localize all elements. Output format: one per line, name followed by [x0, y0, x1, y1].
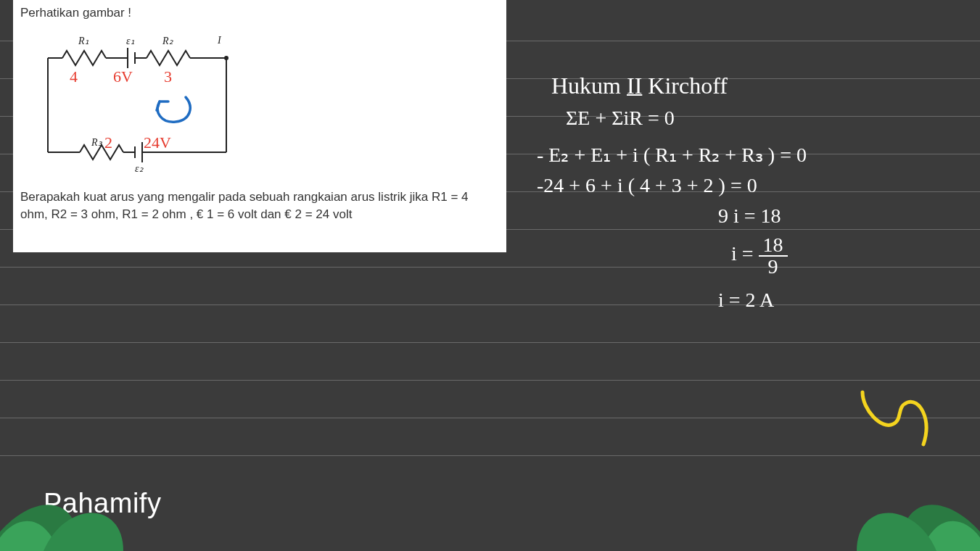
yellow-swish-icon	[852, 381, 947, 460]
ann-e1-value: 6V	[113, 67, 133, 86]
hw-line6: i = 18 9	[731, 235, 958, 277]
label-R1: R₁	[78, 35, 89, 47]
ann-R2-value: 3	[164, 67, 172, 86]
label-R3: R₃	[91, 136, 102, 149]
label-e2: ε₂	[135, 162, 144, 175]
label-e1: ε₁	[126, 35, 135, 47]
leaf-left-icon	[0, 450, 131, 551]
hw-line1-pre: Hukum	[551, 72, 627, 99]
hw-line6-i: i =	[731, 242, 759, 265]
hw-line1-post: Kirchoff	[642, 72, 728, 99]
hw-line2: ΣE + ΣiR = 0	[566, 107, 958, 130]
circuit-diagram: R₁ ε₁ R₂ I R₃ ε₂ 4 6V 3 2 24V	[41, 28, 258, 180]
ann-R3-value: 2	[104, 133, 112, 152]
problem-card: Perhatikan gambar !	[13, 0, 506, 252]
solution-handwriting: Hukum II Kirchoff ΣE + ΣiR = 0 - E₂ + E₁…	[537, 29, 958, 319]
frac-num: 18	[759, 235, 788, 257]
question-line2: ohm, R2 = 3 ohm, R1 = 2 ohm , € 1 = 6 vo…	[20, 207, 352, 221]
hw-line7: i = 2 A	[718, 289, 958, 312]
hw-line3: - E₂ + E₁ + i ( R₁ + R₂ + R₃ ) = 0	[537, 143, 958, 167]
ann-e2-value: 24V	[144, 133, 171, 152]
label-I: I	[218, 35, 221, 46]
leaf-right-icon	[849, 450, 980, 551]
hw-line1: Hukum II Kirchoff	[551, 72, 958, 99]
hw-line4: -24 + 6 + i ( 4 + 3 + 2 ) = 0	[537, 174, 958, 197]
ann-R1-value: 4	[70, 67, 78, 86]
problem-title: Perhatikan gambar !	[20, 6, 499, 20]
fraction: 18 9	[759, 235, 788, 277]
label-R2: R₂	[162, 35, 173, 47]
problem-question: Berapakah kuat arus yang mengalir pada s…	[20, 188, 499, 223]
hw-line1-ii: II	[627, 72, 642, 99]
question-line1: Berapakah kuat arus yang mengalir pada s…	[20, 190, 469, 204]
hw-line5: 9 i = 18	[718, 204, 958, 228]
svg-point-0	[224, 56, 228, 60]
loop-arrow-icon	[149, 86, 200, 129]
frac-den: 9	[759, 257, 788, 277]
